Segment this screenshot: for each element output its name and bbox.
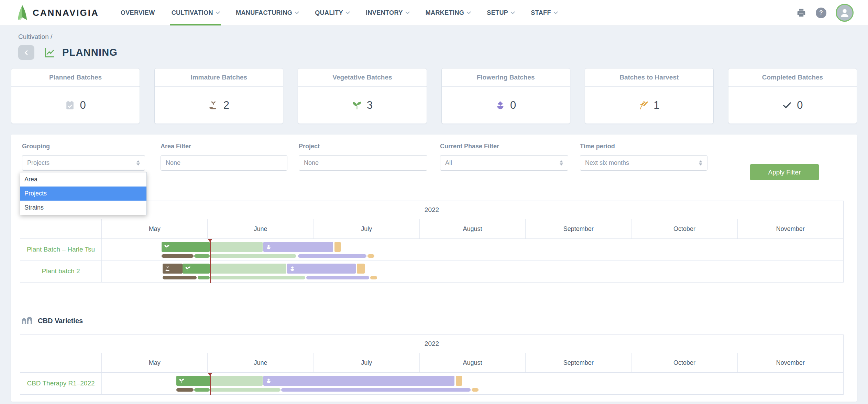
nav-item-label: MARKETING [426, 9, 464, 17]
gantt-label-spacer [20, 219, 102, 238]
gantt-bar-harvest[interactable] [357, 264, 365, 274]
top-actions: ? [796, 0, 868, 25]
grouping-dropdown: AreaProjectsStrains [20, 172, 147, 215]
leaf-logo-icon [17, 5, 28, 21]
nav-item-label: STAFF [531, 9, 551, 17]
gantt-bar-vegetative[interactable] [162, 242, 210, 252]
nav-item-overview[interactable]: OVERVIEW [119, 0, 157, 25]
gantt-bar-flowering[interactable] [287, 264, 356, 274]
gantt-bar-harvest[interactable] [456, 376, 462, 386]
nav-item-marketing[interactable]: MARKETING [424, 0, 472, 25]
main-nav: OVERVIEWCULTIVATIONMANUFACTURINGQUALITYI… [119, 0, 559, 25]
page-title: PLANNING [62, 47, 118, 58]
section-header-cbd-varieties: CBD Varieties [21, 316, 83, 326]
gantt-month-may: May [102, 219, 208, 238]
breadcrumb[interactable]: Cultivation / [18, 33, 868, 41]
gantt-month-july: July [314, 353, 420, 372]
project-input[interactable] [304, 159, 422, 167]
back-button[interactable] [18, 45, 34, 60]
time-period-label: Time period [580, 143, 707, 150]
stat-card-value: 0 [80, 99, 86, 111]
select-arrows-icon [560, 160, 563, 166]
gantt-bar-flowering[interactable] [263, 242, 333, 252]
gantt-bar-vegetative[interactable] [176, 376, 211, 386]
grouping-label: Grouping [22, 143, 145, 150]
chevron-down-icon [295, 10, 299, 14]
area-filter-control [161, 155, 287, 171]
nav-item-cultivation[interactable]: CULTIVATION [170, 0, 221, 25]
chevron-down-icon [405, 10, 410, 14]
phase-filter-label: Current Phase Filter [440, 143, 568, 150]
gantt-bar-germination[interactable] [163, 264, 183, 274]
dropdown-option-projects[interactable]: Projects [20, 187, 146, 201]
gantt-bar-vegetative_planned[interactable] [210, 264, 287, 274]
dropdown-option-area[interactable]: Area [20, 172, 146, 187]
print-icon[interactable] [796, 8, 806, 18]
phase-filter-select[interactable]: All [440, 155, 568, 171]
time-period-select[interactable]: Next six months [580, 155, 707, 171]
gantt-row-label[interactable]: CBD Therapy R1–2022 [20, 373, 102, 394]
gantt-progress-flowering [306, 276, 369, 279]
brand-name: CANNAVIGIA [33, 8, 99, 18]
nav-item-quality[interactable]: QUALITY [313, 0, 351, 25]
chevron-down-icon [466, 10, 471, 14]
nav-item-staff[interactable]: STAFF [529, 0, 559, 25]
today-marker-line [210, 239, 211, 283]
area-filter-field: Area Filter [161, 143, 287, 171]
stat-card-value: 2 [223, 99, 229, 111]
flower-icon [495, 100, 505, 110]
gantt-month-september: September [526, 219, 631, 238]
breadcrumb-area: Cultivation / PLANNING [0, 26, 868, 60]
help-icon[interactable]: ? [816, 8, 826, 18]
stat-card-to-harvest: Batches to Harvest1 [585, 68, 714, 124]
wheat-icon [639, 100, 649, 110]
planning-panel: Grouping Projects Area Filter Project Cu… [11, 135, 857, 402]
gantt-bar-vegetative_planned[interactable] [211, 376, 263, 386]
select-arrows-icon [699, 160, 702, 166]
flower-icon [266, 378, 272, 384]
gantt-row-label[interactable]: Plant batch 2 [20, 261, 102, 282]
gantt-month-november: November [738, 353, 843, 372]
today-marker-triangle [208, 373, 212, 376]
stat-card-title: Batches to Harvest [585, 68, 713, 87]
gantt-bar-vegetative_planned[interactable] [210, 242, 263, 252]
time-period-field: Time period Next six months [580, 143, 707, 171]
area-filter-input[interactable] [166, 159, 282, 167]
nav-item-manufacturing[interactable]: MANUFACTURING [234, 0, 300, 25]
gantt-row-label[interactable]: Plant Batch – Harle Tsu [20, 239, 102, 260]
flower-icon [266, 244, 272, 250]
avatar[interactable] [836, 4, 854, 22]
time-period-value: Next six months [585, 159, 629, 167]
stat-card-flowering: Flowering Batches0 [441, 68, 570, 124]
gantt-row-timeline [102, 373, 843, 394]
nav-item-inventory[interactable]: INVENTORY [364, 0, 411, 25]
section-title: CBD Varieties [38, 317, 83, 325]
gantt-progress-harvest [370, 276, 377, 279]
chevron-down-icon [345, 10, 350, 14]
grouping-select[interactable]: Projects [22, 155, 145, 171]
chevron-down-icon [553, 10, 558, 14]
gantt-month-october: October [631, 219, 737, 238]
seedling-icon [185, 266, 191, 272]
flower-icon [289, 266, 295, 272]
gantt-month-june: June [208, 219, 314, 238]
calendar-check-icon [65, 100, 75, 110]
nav-item-label: INVENTORY [366, 9, 403, 17]
apply-filter-button[interactable]: Apply Filter [750, 164, 819, 180]
gantt-month-may: May [102, 353, 208, 372]
nav-item-label: SETUP [487, 9, 508, 17]
gantt-bar-flowering[interactable] [263, 376, 455, 386]
nav-item-setup[interactable]: SETUP [485, 0, 516, 25]
dropdown-option-strains[interactable]: Strains [20, 201, 146, 215]
brand-logo[interactable]: CANNAVIGIA [17, 0, 99, 25]
gantt-progress-germination [176, 388, 194, 392]
hand-seedling-icon [165, 266, 171, 272]
gantt-year-header: 2022 [20, 335, 843, 353]
gantt-month-june: June [208, 353, 314, 372]
stat-card-vegetative: Vegetative Batches3 [298, 68, 427, 124]
gantt-bar-vegetative[interactable] [183, 264, 210, 274]
gantt-row: Plant batch 2 [20, 261, 843, 282]
gantt-row-timeline [102, 261, 843, 282]
gantt-bar-harvest[interactable] [334, 242, 340, 252]
phase-filter-field: Current Phase Filter All [440, 143, 568, 171]
